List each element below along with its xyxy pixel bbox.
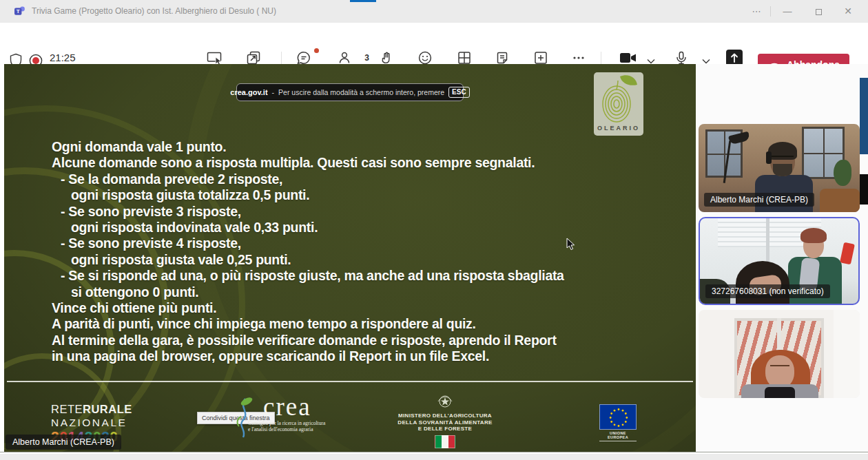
- oleario-word: OLEARIO: [594, 125, 643, 132]
- ministero-text: MINISTERO DELL'AGRICOLTURA DELLA SOVRANI…: [386, 412, 504, 432]
- participant-video-tile[interactable]: [699, 310, 860, 398]
- fullscreen-exit-bar: crea.gov.it - Per uscire dalla modalità …: [236, 83, 464, 101]
- window-minimize-button[interactable]: —: [774, 0, 801, 23]
- meeting-toolbar: 21:25 Controlla Contenuti: [0, 23, 868, 64]
- slide-line: - Se sono previste 4 risposte,: [52, 236, 564, 251]
- window-close-button[interactable]: ✕: [834, 0, 862, 23]
- ministero-logo: MINISTERO DELL'AGRICOLTURA DELLA SOVRANI…: [386, 393, 504, 451]
- participant-silhouette: [765, 387, 795, 398]
- eu-flag-logo: UNIONE EUROPEA: [599, 404, 637, 441]
- video-scene-wall: [834, 310, 860, 398]
- slide-rules-text: Ogni domanda vale 1 punto. Alcune domand…: [52, 139, 564, 365]
- participant-silhouette: [773, 164, 792, 176]
- maximize-icon: [816, 9, 822, 15]
- participant-video-tile-active[interactable]: 327267608031 (non verificato): [699, 217, 860, 305]
- slide-line: - Se sono previste 3 risposte,: [52, 204, 564, 220]
- presenter-name-label: Alberto Marchi (CREA-PB): [6, 435, 121, 450]
- fullscreen-exit-message: Per uscire dalla modalità a schermo inte…: [278, 88, 444, 96]
- ministero-emblem-icon: [436, 393, 454, 410]
- teams-meeting-window: T Trivia Game (Progetto Oleario) con Ist…: [0, 0, 868, 460]
- oleario-logo: OLEARIO: [594, 72, 643, 136]
- slide-line: ogni risposta giusta vale 0,25 punti.: [52, 252, 564, 268]
- esc-key: ESC: [448, 87, 470, 98]
- oleario-fingerprint-olive-icon: [594, 72, 643, 126]
- participants-sidebar: Alberto Marchi (CREA-PB) 327267608031 (n…: [696, 64, 868, 452]
- crea-tagline: Consiglio per la ricerca in agricoltura …: [248, 421, 325, 432]
- svg-text:T: T: [17, 8, 20, 14]
- slide-line: Vince chi ottiene più punti.: [52, 300, 564, 316]
- webcam-icon: [618, 50, 639, 65]
- italian-flag-icon: [435, 435, 455, 448]
- participant-silhouette: [770, 365, 789, 368]
- site-name: crea.gov.it: [230, 88, 267, 96]
- participant-silhouette: [765, 355, 794, 388]
- crea-word: crea: [263, 395, 311, 419]
- edge-overflow-tile: [860, 78, 868, 154]
- window-controls-divider: [770, 6, 771, 17]
- dash: -: [272, 88, 275, 96]
- participant-headphones: [766, 151, 772, 164]
- slide-line: Al termine della gara, è possibile verif…: [52, 333, 564, 348]
- edge-overflow-tile: [860, 174, 868, 205]
- title-bar: T Trivia Game (Progetto Oleario) con Ist…: [0, 0, 868, 23]
- mouse-cursor: [566, 238, 575, 251]
- slide-line: in una pagina del browser, oppure scaric…: [52, 348, 564, 364]
- slide-line: ogni risposta indovinata vale 0,33 punti…: [52, 220, 564, 236]
- participant-glasses: [772, 156, 794, 160]
- video-scene-plant: [834, 160, 851, 186]
- participant-name-label: Alberto Marchi (CREA-PB): [704, 193, 814, 207]
- window-maximize-button[interactable]: [805, 0, 832, 23]
- webcam-chevron-icon[interactable]: [646, 59, 656, 64]
- window-more-button[interactable]: ⋯: [743, 0, 770, 23]
- meeting-timer: 21:25: [50, 52, 76, 63]
- slide-line: - Se si risponde ad una, o più risposte …: [52, 268, 564, 284]
- eu-flag-icon: [599, 404, 637, 430]
- window-title: Trivia Game (Progetto Oleario) con Ist. …: [32, 0, 276, 23]
- video-scene-sofa: [820, 189, 860, 212]
- slide-line: Alcune domande sono a risposta multipla.…: [52, 155, 564, 171]
- participant-video-tile[interactable]: Alberto Marchi (CREA-PB): [699, 124, 860, 212]
- slide-line: - Se la domanda prevede 2 risposte,: [52, 171, 564, 187]
- teams-logo-icon: T: [14, 6, 25, 17]
- rete-word: RETE: [51, 403, 83, 415]
- rurale-word: RURALE: [83, 403, 132, 415]
- slide-line: ogni risposta giusta totalizza 0,5 punti…: [52, 187, 564, 203]
- footer-separator-line: [7, 381, 693, 382]
- shared-screen: crea.gov.it - Per uscire dalla modalità …: [4, 64, 696, 452]
- eu-flag-label: UNIONE EUROPEA: [599, 431, 637, 441]
- participant-silhouette: [800, 228, 827, 243]
- slide-line: Ogni domanda vale 1 punto.: [52, 139, 564, 155]
- crea-logo: crea Consiglio per la ricerca in agricol…: [226, 396, 336, 439]
- slide-line: si ottengono 0 punti.: [52, 284, 564, 300]
- participant-name-label: 327267608031 (non verificato): [705, 284, 830, 298]
- slide-line: A parità di punti, vince chi impiega men…: [52, 316, 564, 332]
- top-accent-line: [350, 0, 376, 2]
- participant-phone: [840, 242, 855, 265]
- nazionale-word: NAZIONALE: [51, 417, 132, 429]
- window-bottom-edge: [0, 452, 868, 460]
